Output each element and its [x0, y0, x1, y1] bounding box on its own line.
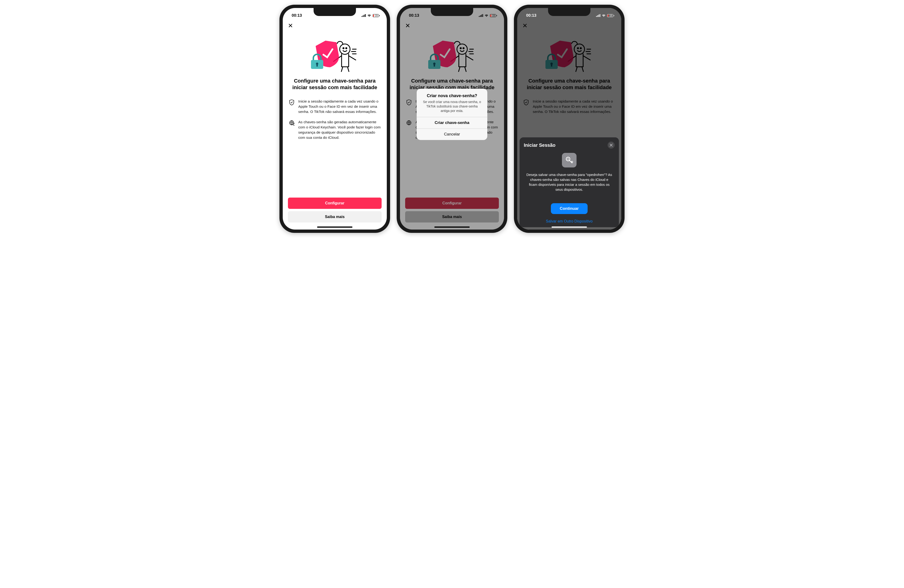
alert-create-button[interactable]: Criar chave-senha	[417, 117, 487, 128]
continue-button[interactable]: Continuar	[551, 203, 588, 214]
status-time: 00:13	[409, 13, 419, 18]
home-indicator[interactable]	[435, 227, 469, 228]
svg-point-21	[567, 159, 569, 160]
svg-point-0	[340, 44, 350, 54]
globe-sync-icon	[289, 120, 295, 140]
cellular-signal-icon	[362, 14, 366, 17]
create-passkey-alert: Criar nova chave-senha? Se você criar um…	[417, 89, 487, 140]
save-other-device-link[interactable]: Salvar em Outro Dispositivo	[524, 218, 615, 224]
page-title: Configure uma chave-senha para iniciar s…	[290, 77, 380, 91]
device-notch	[548, 8, 590, 16]
sheet-title: Iniciar Sessão	[524, 142, 556, 148]
wifi-icon	[485, 14, 488, 17]
phone-mockup-3: 00:13 15 ✕	[514, 5, 624, 233]
wifi-icon	[367, 14, 371, 17]
device-notch	[314, 8, 356, 16]
phone-mockup-2: 00:13 15 ✕	[397, 5, 507, 233]
battery-icon: 15	[490, 14, 497, 17]
svg-point-2	[346, 48, 347, 49]
home-indicator[interactable]	[317, 227, 352, 228]
key-icon	[562, 153, 577, 167]
svg-point-1	[343, 48, 344, 49]
status-time: 00:13	[526, 13, 536, 18]
home-indicator[interactable]	[552, 227, 587, 228]
alert-title: Criar nova chave-senha?	[421, 93, 483, 98]
bullet-1-text: Inicie a sessão rapidamente a cada vez u…	[298, 99, 381, 114]
save-passkey-sheet: Iniciar Sessão Deseja salvar uma chave-s…	[520, 137, 619, 227]
cellular-signal-icon	[596, 14, 600, 17]
wifi-icon	[602, 14, 606, 17]
alert-cancel-button[interactable]: Cancelar	[417, 128, 487, 140]
learn-more-button[interactable]: Saiba mais	[288, 211, 382, 222]
cellular-signal-icon	[479, 14, 483, 17]
bullet-2-text: As chaves-senha são geradas automaticame…	[298, 120, 381, 140]
device-notch	[431, 8, 473, 16]
sheet-body-text: Deseja salvar uma chave-senha para "oped…	[524, 172, 615, 192]
configure-button[interactable]: Configurar	[288, 197, 382, 209]
svg-rect-5	[316, 64, 318, 66]
sheet-close-button[interactable]	[608, 142, 615, 149]
status-time: 00:13	[292, 13, 302, 18]
phone-mockup-1: 00:13 15 ✕	[280, 5, 390, 233]
shield-check-icon	[289, 99, 295, 114]
alert-message: Se você criar uma nova chave-senha, o Ti…	[421, 100, 483, 113]
battery-icon: 15	[607, 14, 614, 17]
passkey-illustration	[290, 31, 380, 73]
battery-icon: 15	[373, 14, 380, 17]
close-button[interactable]: ✕	[288, 22, 293, 29]
